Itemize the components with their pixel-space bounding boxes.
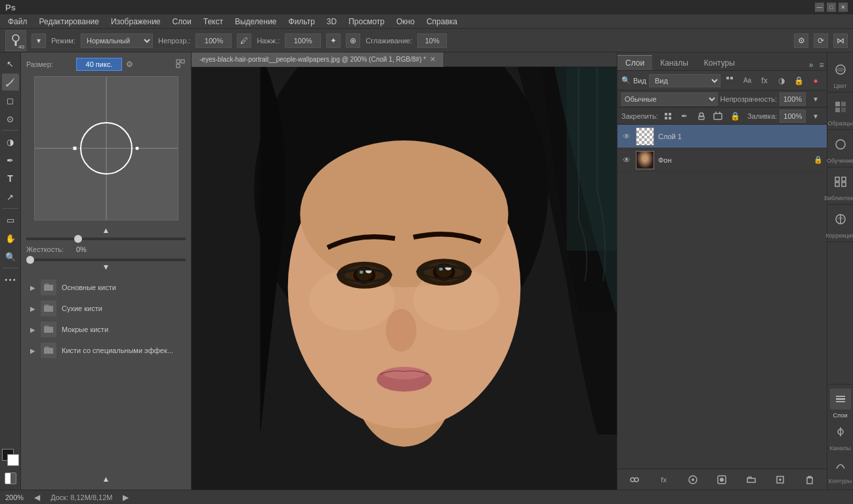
brush-extra-btn[interactable] (175, 58, 186, 71)
blend-mode-select[interactable]: Обычные (621, 93, 718, 106)
pressure-flow-icon[interactable]: ✦ (326, 33, 341, 48)
tool-brush-icon[interactable]: 40 (5, 30, 26, 51)
tool-rectangle[interactable]: ▭ (2, 211, 19, 228)
brush-list-item-1[interactable]: ▶ Сухие кисти (26, 298, 186, 319)
menu-filter[interactable]: Фильтр (283, 16, 320, 28)
status-arrow-left[interactable]: ◀ (34, 493, 40, 502)
brush-options-btn[interactable]: ▾ (31, 33, 46, 48)
right-icon-paths-sub[interactable] (830, 454, 851, 475)
menu-image[interactable]: Изображение (106, 16, 166, 28)
tool-pen[interactable]: ✒ (2, 152, 19, 169)
symmetry-icon[interactable]: ⋈ (833, 33, 848, 48)
filter-name-btn[interactable]: Aa (740, 74, 755, 88)
right-icon-learning[interactable] (830, 134, 851, 155)
color-swatch-fg[interactable] (2, 449, 19, 466)
hardness-arrow-down[interactable]: ▼ (26, 262, 186, 272)
layer-item-1[interactable]: 👁 Фон 🔒 (617, 148, 827, 172)
fx-btn[interactable]: fx (657, 473, 671, 486)
right-icon-layers-sub[interactable] (830, 388, 851, 410)
group-btn[interactable] (745, 473, 758, 486)
menu-help[interactable]: Справка (421, 16, 463, 28)
tool-zoom[interactable]: 🔍 (2, 248, 19, 265)
menu-edit[interactable]: Редактирование (34, 16, 104, 28)
canvas-content[interactable] (192, 67, 617, 490)
tab-paths[interactable]: Контуры (696, 55, 743, 70)
size-thumb[interactable] (74, 235, 82, 243)
tab-layers[interactable]: Слои (617, 55, 652, 70)
smoothing-input[interactable] (417, 33, 447, 48)
link-layers-btn[interactable] (628, 473, 641, 486)
size-slider[interactable] (26, 238, 186, 240)
tab-close-btn[interactable]: ✕ (430, 55, 436, 64)
menu-window[interactable]: Окно (391, 16, 420, 28)
tool-brush[interactable] (2, 74, 19, 91)
right-icon-libraries[interactable] (830, 171, 851, 192)
lock-pixels-btn[interactable] (661, 109, 675, 123)
hardness-slider[interactable] (26, 259, 186, 261)
filter-type-btn[interactable] (723, 74, 738, 88)
menu-selection[interactable]: Выделение (230, 16, 282, 28)
size-arrow-up[interactable]: ▲ (26, 226, 186, 235)
lock-all-btn[interactable]: 🔒 (728, 109, 742, 123)
mode-select[interactable]: Нормальный (81, 33, 153, 48)
maximize-button[interactable]: □ (827, 3, 836, 12)
filter-attr-btn[interactable]: 🔒 (791, 74, 806, 88)
menu-file[interactable]: Файл (3, 16, 33, 28)
more-tools[interactable]: • • • (2, 271, 19, 288)
filter-effect-btn[interactable]: fx (757, 74, 772, 88)
menu-view[interactable]: Просмотр (343, 16, 390, 28)
flow-input[interactable] (285, 33, 321, 48)
menu-3d[interactable]: 3D (322, 16, 342, 28)
size-input[interactable] (76, 58, 122, 71)
tool-dodge[interactable]: ◑ (2, 133, 19, 150)
opacity-arrow-icon[interactable]: ▾ (808, 92, 823, 106)
layer-item-0[interactable]: 👁 Слой 1 (617, 125, 827, 148)
opacity-input[interactable] (780, 93, 806, 106)
layers-filter-select[interactable]: Вид (649, 74, 720, 87)
pressure-opacity-icon[interactable]: 🖊 (237, 33, 251, 48)
tool-text[interactable]: T (2, 170, 19, 187)
filter-color-btn[interactable]: ● (808, 74, 823, 88)
fill-arrow-icon[interactable]: ▾ (808, 109, 823, 123)
hardness-thumb[interactable] (26, 256, 34, 264)
new-fill-btn[interactable] (686, 473, 699, 486)
panel-scroll-bottom[interactable]: ▲ (26, 474, 186, 484)
canvas-tab[interactable]: -eyes-black-hair-portrait__people-wallpa… (192, 52, 444, 67)
tab-channels[interactable]: Каналы (652, 55, 696, 70)
status-arrow-right[interactable]: ▶ (123, 493, 129, 502)
layers-menu-btn[interactable]: ≡ (816, 60, 827, 70)
delete-layer-btn[interactable] (803, 473, 816, 486)
tool-move[interactable]: ↖ (2, 55, 19, 72)
right-icon-correction[interactable] (830, 209, 851, 230)
tool-path-selection[interactable]: ↗ (2, 188, 19, 205)
lock-artboard-btn[interactable] (711, 109, 726, 123)
tool-stamp[interactable]: ⊙ (2, 110, 19, 127)
fill-input[interactable] (780, 110, 806, 123)
layers-expand-btn[interactable]: » (806, 60, 816, 70)
layer-eye-0[interactable]: 👁 (621, 131, 632, 142)
quick-mask-btn[interactable] (2, 470, 19, 487)
right-icon-channels-sub[interactable] (830, 421, 851, 442)
brush-list-item-0[interactable]: ▶ Основные кисти (26, 277, 186, 298)
minimize-button[interactable]: — (815, 3, 824, 12)
lock-paint-btn[interactable]: ✒ (677, 109, 692, 123)
right-icon-swatches[interactable] (830, 96, 851, 117)
menu-layers[interactable]: Слои (167, 16, 197, 28)
layer-eye-1[interactable]: 👁 (621, 155, 632, 165)
lock-position-btn[interactable] (694, 109, 709, 123)
window-controls[interactable]: — □ ✕ (815, 3, 848, 12)
brush-list-item-3[interactable]: ▶ Кисти со специальными эффек... (26, 340, 186, 361)
close-button[interactable]: ✕ (839, 3, 848, 12)
new-layer-btn[interactable] (774, 473, 787, 486)
filter-mode-btn[interactable]: ◑ (774, 74, 789, 88)
brush-list-item-2[interactable]: ▶ Мокрые кисти (26, 319, 186, 340)
airbrush-icon[interactable]: ⊕ (346, 33, 360, 48)
mask-btn[interactable] (715, 473, 728, 486)
opacity-input[interactable] (196, 33, 232, 48)
tool-eraser[interactable]: ◻ (2, 92, 19, 109)
tool-hand[interactable]: ✋ (2, 230, 19, 247)
right-icon-color[interactable] (830, 59, 851, 80)
menu-text[interactable]: Текст (198, 16, 228, 28)
settings-icon[interactable]: ⚙ (794, 33, 808, 48)
brush-gear-icon[interactable]: ⚙ (126, 60, 133, 69)
